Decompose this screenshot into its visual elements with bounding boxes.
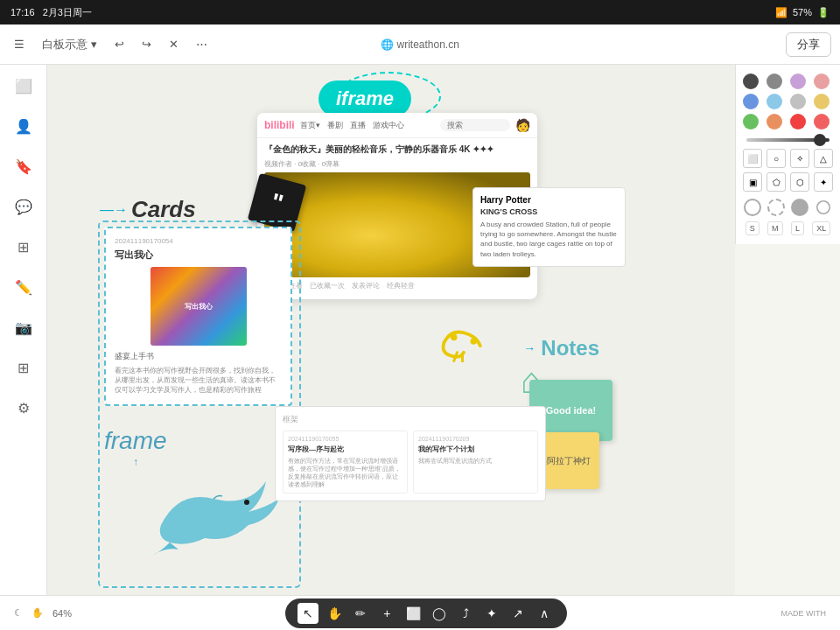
size-s[interactable]: S xyxy=(746,221,760,235)
size-grid: S M L XL xyxy=(743,221,833,235)
bili-footer: 1人正在看 已收藏一次 发表评论 经典轻音 xyxy=(264,277,530,294)
sidebar-user-icon[interactable]: 👤 xyxy=(11,114,36,138)
circle-row xyxy=(743,199,833,216)
frame-cards: 202411190170055 写序段—序与起讫 有效的写作方法，常在写意识流时… xyxy=(283,430,538,494)
card-item[interactable]: 202411190170054 写出我心 写出我心 盛宴上手书 看完这本书你的写… xyxy=(104,227,292,406)
color-red1[interactable] xyxy=(790,114,806,130)
more-button[interactable]: ⋯ xyxy=(191,34,213,54)
tool-select[interactable]: ↖ xyxy=(298,603,318,624)
svg-point-2 xyxy=(471,338,478,345)
menu-button[interactable]: ☰ xyxy=(9,34,30,54)
shape-star[interactable]: ✦ xyxy=(814,172,833,192)
color-orange[interactable] xyxy=(766,114,782,130)
dolphin-illustration xyxy=(144,455,284,560)
sidebar-select-icon[interactable]: ⊞ xyxy=(11,234,36,259)
bili-nav: 首页▾ 番剧 直播 游戏中心 xyxy=(300,120,404,131)
delete-button[interactable]: ✕ xyxy=(164,34,184,54)
frame-card-1[interactable]: 202411190170055 写序段—序与起讫 有效的写作方法，常在写意识流时… xyxy=(283,430,408,494)
bottom-left: ☾ ✋ 64% xyxy=(14,607,72,619)
tool-arrow[interactable]: ↗ xyxy=(508,603,528,624)
bili-user-icon[interactable]: 🧑 xyxy=(515,118,530,132)
bili-logo: bilibili xyxy=(264,119,295,131)
sidebar-bookmark-icon[interactable]: 🔖 xyxy=(11,154,36,178)
status-right: 📶 57% 🔋 xyxy=(775,7,830,18)
redo-button[interactable]: ↪ xyxy=(136,34,157,54)
share-button[interactable]: 分享 xyxy=(786,32,831,57)
tool-collapse[interactable]: ∧ xyxy=(534,603,555,624)
status-bar: 17:16 2月3日周一 📶 57% 🔋 xyxy=(0,0,840,24)
tool-add[interactable]: + xyxy=(376,603,397,624)
undo-button[interactable]: ↩ xyxy=(109,34,130,54)
tool-shape[interactable]: ⬜ xyxy=(402,603,424,624)
circle-small[interactable] xyxy=(816,200,830,214)
card-title: 写出我心 xyxy=(115,248,282,262)
sidebar-grid-icon[interactable]: ⊞ xyxy=(11,355,36,380)
svg-line-3 xyxy=(454,353,458,361)
color-green[interactable] xyxy=(743,114,759,130)
color-red2[interactable] xyxy=(814,114,830,130)
sidebar-camera-icon[interactable]: 📷 xyxy=(11,315,36,340)
url-display: 🌐 writeathon.cn xyxy=(381,38,459,51)
size-xl[interactable]: XL xyxy=(812,221,830,235)
frame-section: 框架 202411190170055 写序段—序与起讫 有效的写作方法，常在写意… xyxy=(275,406,546,501)
shape-triangle[interactable]: △ xyxy=(814,149,833,168)
frame-card-2-title: 我的写作下个计划 xyxy=(418,444,533,454)
svg-point-1 xyxy=(451,334,458,341)
frame-card-2[interactable]: 202411190170209 我的写作下个计划 我将尝试用写意识流的方式 xyxy=(413,430,538,494)
color-black[interactable] xyxy=(743,74,759,89)
sidebar-settings-icon[interactable]: ⚙ xyxy=(11,396,36,420)
frame-section-label: 框架 xyxy=(283,414,538,425)
card-subtitle: 盛宴上手书 xyxy=(115,351,282,362)
tool-star[interactable]: ✦ xyxy=(481,603,502,624)
color-silver[interactable] xyxy=(790,94,806,109)
shape-rect[interactable]: ⬜ xyxy=(743,149,762,168)
quote-icon: " xyxy=(268,187,286,217)
card-id: 202411190170054 xyxy=(115,237,282,245)
hand-icon[interactable]: ✋ xyxy=(32,607,44,619)
hp-subtitle: KING'S CROSS xyxy=(480,207,618,216)
tool-link[interactable]: ⤴ xyxy=(455,603,476,624)
shape-pentagon[interactable]: ⬠ xyxy=(766,172,786,192)
circle-dashed[interactable] xyxy=(767,199,785,216)
sidebar-comment-icon[interactable]: 💬 xyxy=(11,194,36,219)
notes-arrow-icon: → xyxy=(523,341,536,355)
top-toolbar: ☰ 白板示意 ▾ ↩ ↪ ✕ ⋯ 🌐 writeathon.cn 分享 xyxy=(0,24,840,65)
canvas: iframe bilibili 首页▾ 番剧 直播 游戏中心 🧑 『金色的秋天』… xyxy=(47,65,735,595)
tool-hand[interactable]: ✋ xyxy=(324,603,345,624)
bili-search-input[interactable] xyxy=(440,119,510,131)
color-purple[interactable] xyxy=(790,74,806,89)
circle-filled[interactable] xyxy=(744,199,761,216)
tool-pen[interactable]: ✏ xyxy=(350,603,371,624)
frame-card-2-body: 我将尝试用写意识流的方式 xyxy=(418,457,533,465)
circle-solid[interactable] xyxy=(791,199,808,216)
tool-lasso[interactable]: ◯ xyxy=(429,603,450,624)
shape-diamond[interactable]: ⟡ xyxy=(790,149,809,168)
stroke-slider[interactable] xyxy=(743,138,833,142)
card-body: 看完这本书你的写作视野会开阔很多，找到你自我，从哪里出发，从而发现一些生活的真谛… xyxy=(115,366,282,396)
moon-icon[interactable]: ☾ xyxy=(14,607,23,619)
battery-icon: 🔋 xyxy=(817,7,830,18)
status-time: 17:16 2月3日周一 xyxy=(10,6,92,19)
hp-title: Harry Potter xyxy=(480,195,618,205)
size-m[interactable]: M xyxy=(767,221,783,235)
frame-card-1-id: 202411190170055 xyxy=(288,436,402,442)
notes-label-container: → Notes xyxy=(523,336,599,360)
shape-hex[interactable]: ⬡ xyxy=(790,172,809,192)
size-l[interactable]: L xyxy=(791,221,804,235)
app-name-button[interactable]: 白板示意 ▾ xyxy=(37,33,102,56)
shape-rect2[interactable]: ▣ xyxy=(743,172,762,192)
color-blue[interactable] xyxy=(743,94,759,109)
color-pink[interactable] xyxy=(814,74,830,89)
color-yellow[interactable] xyxy=(814,94,830,109)
wifi-icon: 📶 xyxy=(775,7,788,18)
frame-card-1-body: 有效的写作方法，常在写意识流时增强语感，便在写作过程中增加一种'思维'品质，反复… xyxy=(288,457,402,488)
svg-point-0 xyxy=(244,500,249,505)
color-lightblue[interactable] xyxy=(766,94,782,109)
zoom-level: 64% xyxy=(52,608,72,619)
hp-body: A busy and crowded Station, full of peop… xyxy=(480,220,618,259)
shape-circle[interactable]: ○ xyxy=(766,149,786,168)
sidebar-pen-icon[interactable]: ✏️ xyxy=(11,275,36,299)
hp-section: Harry Potter KING'S CROSS A busy and cro… xyxy=(472,187,626,267)
sidebar-pages-icon[interactable]: ⬜ xyxy=(11,74,36,98)
color-gray[interactable] xyxy=(766,74,782,89)
